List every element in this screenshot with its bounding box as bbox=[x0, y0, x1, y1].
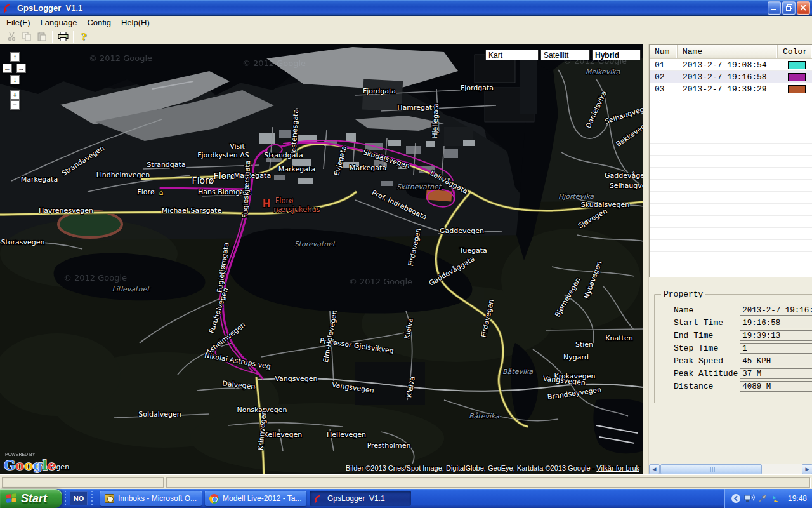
copy-icon[interactable] bbox=[19, 30, 34, 43]
map-label: Markegata bbox=[350, 164, 386, 172]
map-label: Florø bbox=[275, 196, 294, 205]
map-label: Skitnevatnet bbox=[396, 183, 442, 191]
cut-icon[interactable] bbox=[4, 30, 19, 43]
map-canvas[interactable]: FjordgataFjordgataHamregataHjellegataHes… bbox=[0, 44, 643, 474]
taskbar-item-gpslogger[interactable]: GpsLogger V1.1 bbox=[310, 491, 411, 506]
pan-left-button[interactable]: ← bbox=[3, 64, 12, 73]
restore-button[interactable] bbox=[782, 1, 796, 15]
map-label: Visit bbox=[230, 142, 245, 150]
menu-bar: File(F)LanguageConfigHelp(H) bbox=[0, 16, 812, 29]
property-group-title: Property bbox=[661, 290, 705, 299]
map-type-satellitt[interactable]: Satellitt bbox=[540, 50, 590, 60]
taskbar-separator bbox=[90, 491, 94, 506]
tray-collapse-icon[interactable] bbox=[731, 493, 742, 504]
pan-up-button[interactable]: ↑ bbox=[10, 52, 20, 62]
map-label: Båtevika bbox=[469, 412, 499, 420]
start-button[interactable]: Start bbox=[0, 489, 62, 508]
column-header-name[interactable]: Name bbox=[678, 45, 778, 58]
track-name: 2013-2-7 19:08:54 bbox=[678, 60, 778, 70]
rocket-icon[interactable] bbox=[757, 493, 768, 504]
map-label: Hellevegen bbox=[327, 431, 366, 439]
map-label: Lindheimvegen bbox=[96, 171, 150, 179]
property-value-start-time[interactable]: 19:16:58 bbox=[740, 318, 812, 328]
map-type-hybrid[interactable]: Hybrid bbox=[592, 50, 641, 60]
taskbar-clock[interactable]: 19:48 bbox=[788, 494, 807, 503]
property-value-peak-speed[interactable]: 45 KPH bbox=[740, 356, 812, 366]
track-row[interactable]: 012013-2-7 19:08:54 bbox=[650, 59, 812, 71]
map-label: Havrenesvegen bbox=[39, 206, 93, 215]
minimize-button[interactable] bbox=[768, 1, 781, 15]
property-value-name[interactable]: 2013-2-7 19:16:58 bbox=[740, 305, 812, 316]
column-header-color[interactable]: Color bbox=[778, 45, 812, 58]
pan-down-button[interactable]: ↓ bbox=[10, 75, 20, 84]
property-label: Peak Speed bbox=[674, 356, 740, 366]
scrollbar-thumb[interactable] bbox=[660, 464, 762, 474]
map-label: Fjordgata bbox=[363, 87, 396, 95]
panel-splitter[interactable] bbox=[643, 44, 648, 474]
property-value-peak-altitude[interactable]: 37 M bbox=[740, 368, 812, 379]
map-type-kart[interactable]: Kart bbox=[485, 50, 539, 60]
track-num: 02 bbox=[650, 72, 678, 82]
toolbar-separator bbox=[52, 31, 53, 43]
scrollbar-track[interactable] bbox=[660, 464, 802, 474]
map-label: Hjellegata bbox=[431, 103, 440, 138]
close-button[interactable] bbox=[797, 1, 810, 15]
menu-item-helph[interactable]: Help(H) bbox=[116, 17, 155, 29]
track-list-header: Num Name Color bbox=[650, 45, 812, 59]
map-label: Båtevika bbox=[502, 368, 533, 376]
property-label: Name bbox=[674, 305, 740, 315]
bird-icon[interactable] bbox=[771, 493, 782, 504]
toolbar: ? bbox=[0, 29, 812, 44]
scroll-left-button[interactable]: ◄ bbox=[649, 464, 660, 474]
menu-item-language[interactable]: Language bbox=[36, 17, 82, 29]
map-label: Florø bbox=[137, 188, 155, 196]
google-logo[interactable]: Google bbox=[4, 457, 56, 473]
map-label: Hamregata bbox=[397, 104, 436, 112]
map-label: Stien bbox=[575, 340, 593, 349]
print-icon[interactable] bbox=[55, 30, 70, 43]
pan-right-button[interactable]: → bbox=[16, 64, 26, 73]
map-label: Florø bbox=[214, 171, 236, 181]
track-color-swatch bbox=[788, 85, 806, 93]
track-list-body: 012013-2-7 19:08:54022013-2-7 19:16:5803… bbox=[650, 59, 812, 277]
property-value-step-time[interactable]: 1 bbox=[740, 343, 812, 354]
gpslogger-icon bbox=[313, 493, 324, 504]
map-label: Melkevika bbox=[586, 68, 620, 76]
google-watermark: © 2012 Google bbox=[242, 58, 306, 68]
map-label: Markegata bbox=[21, 175, 58, 184]
terms-link[interactable]: Vilkår for bruk bbox=[596, 464, 639, 472]
help-icon[interactable]: ? bbox=[76, 30, 91, 43]
map-label: Vangsvegen bbox=[275, 375, 317, 383]
google-watermark: © 2012 Google bbox=[63, 273, 127, 283]
network-activity-icon[interactable] bbox=[744, 493, 755, 504]
map-label: Skudalsvegen bbox=[581, 201, 630, 209]
track-name: 2013-2-7 19:16:58 bbox=[678, 72, 778, 82]
property-label: End Time bbox=[674, 331, 740, 340]
menu-item-filef[interactable]: File(F) bbox=[1, 17, 36, 29]
map-type-switcher: KartSatellittHybrid bbox=[485, 50, 643, 60]
map-label: H bbox=[263, 198, 271, 210]
property-value-distance[interactable]: 4089 M bbox=[740, 381, 812, 392]
taskbar-item-outlook[interactable]: Innboks - Microsoft O... bbox=[100, 491, 202, 506]
status-pane bbox=[2, 477, 164, 488]
map-label: nærsjukehus bbox=[273, 205, 320, 214]
property-value-end-time[interactable]: 19:39:13 bbox=[740, 330, 812, 341]
property-label: Distance bbox=[674, 382, 740, 391]
horizontal-scrollbar: ◄ ► bbox=[649, 464, 812, 474]
language-indicator[interactable]: NO bbox=[70, 491, 88, 505]
paste-icon[interactable] bbox=[34, 30, 49, 43]
taskbar-item-chrome[interactable]: Modell Live-2012 - Ta... bbox=[205, 491, 306, 506]
map-label: Strandgata bbox=[147, 161, 185, 169]
track-row[interactable]: 032013-2-7 19:39:29 bbox=[650, 83, 812, 95]
taskbar-separator bbox=[63, 491, 67, 506]
track-row[interactable]: 022013-2-7 19:16:58 bbox=[650, 71, 812, 83]
taskbar-item-label: Modell Live-2012 - Ta... bbox=[223, 494, 302, 503]
zoom-out-button[interactable]: − bbox=[10, 100, 20, 110]
menu-item-config[interactable]: Config bbox=[82, 17, 116, 29]
column-header-num[interactable]: Num bbox=[650, 45, 678, 58]
zoom-in-button[interactable]: + bbox=[10, 90, 20, 100]
scroll-right-button[interactable]: ► bbox=[802, 464, 812, 474]
map-label: Markegata bbox=[278, 165, 315, 173]
taskbar: Start NO Innboks - Microsoft O...Modell … bbox=[0, 489, 812, 508]
map-label: Selhaugvegen bbox=[610, 182, 643, 190]
